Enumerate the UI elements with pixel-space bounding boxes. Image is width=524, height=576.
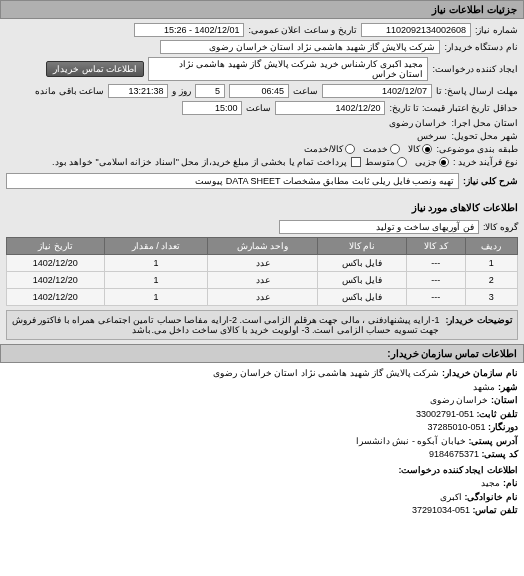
- creator-value: مجید اکبری کارشناس خرید شرکت پالایش گاز …: [148, 57, 428, 81]
- org-label: نام سازمان خریدار:: [442, 368, 518, 378]
- req-no-label: شماره نیاز:: [475, 25, 518, 35]
- creator-label: ایجاد کننده درخواست:: [432, 64, 518, 74]
- days-value: 5: [195, 84, 225, 98]
- cell-name: فایل باکس: [317, 272, 406, 289]
- name-value: مجید: [481, 478, 500, 488]
- buyer-org-value: شرکت پالایش گاز شهید هاشمی نژاد استان خر…: [160, 40, 440, 54]
- family-value: اکبری: [440, 492, 462, 502]
- exec-province-label: استان محل اجرا:: [451, 118, 518, 128]
- buyer-note-text: 1-ارایه پیشنهادفنی ، مالی جهت هرقلم الزا…: [11, 315, 440, 335]
- radio-dot-icon: [422, 144, 432, 154]
- buyer-contact-button[interactable]: اطلاعات تماس خریدار: [46, 61, 144, 77]
- buyer-org-label: نام دستگاه خریدار:: [444, 42, 518, 52]
- cell-row: 1: [465, 255, 517, 272]
- phone-label: تلفن ثابت:: [477, 409, 519, 419]
- cell-code: ---: [406, 272, 465, 289]
- cell-code: ---: [406, 255, 465, 272]
- cell-name: فایل باکس: [317, 255, 406, 272]
- phone-value: 051-33002791: [416, 409, 474, 419]
- valid-price-time: 15:00: [182, 101, 242, 115]
- radio-goods-label: کالا: [408, 144, 420, 154]
- contact-block: نام سازمان خریدار: شرکت پالایش گاز شهید …: [0, 363, 524, 522]
- remain-label: ساعت باقی مانده: [35, 86, 104, 96]
- treasury-checkbox[interactable]: [351, 157, 361, 167]
- deadline-reply-date: 1402/12/07: [322, 84, 432, 98]
- table-row: 1 --- فایل باکس عدد 1 1402/12/20: [7, 255, 518, 272]
- cell-row: 3: [465, 289, 517, 306]
- tel-value: 051-37291034: [412, 505, 470, 515]
- cell-row: 2: [465, 272, 517, 289]
- cell-unit: عدد: [208, 255, 317, 272]
- province-value: خراسان رضوی: [430, 395, 489, 405]
- radio-dot-icon: [390, 144, 400, 154]
- cell-qty: 1: [104, 272, 208, 289]
- time-label-2: ساعت: [246, 103, 271, 113]
- table-row: 2 --- فایل باکس عدد 1 1402/12/20: [7, 272, 518, 289]
- cell-qty: 1: [104, 289, 208, 306]
- cell-name: فایل باکس: [317, 289, 406, 306]
- items-table: ردیف کد کالا نام کالا واحد شمارش تعداد /…: [6, 237, 518, 306]
- radio-service[interactable]: خدمت: [363, 144, 400, 154]
- radio-medium-label: متوسط: [365, 157, 395, 167]
- radio-minor-label: جزیی: [415, 157, 437, 167]
- city-value: مشهد: [473, 382, 495, 392]
- budget-class-label: طبقه بندی موضوعی:: [436, 144, 518, 154]
- radio-medium[interactable]: متوسط: [365, 157, 407, 167]
- cell-qty: 1: [104, 255, 208, 272]
- cell-date: 1402/12/20: [7, 272, 105, 289]
- family-label: نام خانوادگی:: [465, 492, 519, 502]
- province-label: استان:: [491, 395, 518, 405]
- delivery-city-value: سرخس: [417, 131, 447, 141]
- th-qty: تعداد / مقدار: [104, 238, 208, 255]
- cell-date: 1402/12/20: [7, 255, 105, 272]
- items-section-title: اطلاعات کالاهای مورد نیاز: [0, 196, 524, 216]
- req-no-value: 1102092134002608: [361, 23, 471, 37]
- fax-label: دورنگار:: [488, 422, 518, 432]
- valid-price-label: حداقل تاریخ اعتبار قیمت: تا تاریخ:: [389, 103, 518, 113]
- need-desc-value: تهیه ونصب فایل ریلی ثابت مطابق مشخصات DA…: [6, 173, 459, 189]
- radio-both[interactable]: کالا/خدمت: [304, 144, 356, 154]
- zip-label: کد پستی:: [482, 449, 519, 459]
- radio-dot-icon: [397, 157, 407, 167]
- cell-date: 1402/12/20: [7, 289, 105, 306]
- page-title: جزئیات اطلاعات نیاز: [0, 0, 524, 19]
- th-row: ردیف: [465, 238, 517, 255]
- city-label: شهر:: [498, 382, 518, 392]
- deadline-reply-label: مهلت ارسال پاسخ: تا: [436, 86, 518, 96]
- buyer-note-box: توضیحات خریدار: 1-ارایه پیشنهادفنی ، مال…: [6, 310, 518, 340]
- pub-time-value: 1402/12/01 - 15:26: [134, 23, 244, 37]
- cell-code: ---: [406, 289, 465, 306]
- tel-label: تلفن تماس:: [473, 505, 519, 515]
- deadline-reply-time: 06:45: [229, 84, 289, 98]
- table-row: 3 --- فایل باکس عدد 1 1402/12/20: [7, 289, 518, 306]
- contact-section-title: اطلاعات تماس سازمان خریدار:: [0, 344, 524, 363]
- process-note: پرداخت تمام یا بخشی از مبلغ خرید،از محل …: [52, 157, 347, 167]
- delivery-city-label: شهر محل تحویل:: [451, 131, 518, 141]
- org-value: شرکت پالایش گاز شهید هاشمی نژاد استان خر…: [213, 368, 439, 378]
- radio-goods[interactable]: کالا: [408, 144, 432, 154]
- cell-unit: عدد: [208, 272, 317, 289]
- th-code: کد کالا: [406, 238, 465, 255]
- creator-contact-title: اطلاعات ایجاد کننده درخواست:: [6, 464, 518, 478]
- th-name: نام کالا: [317, 238, 406, 255]
- radio-minor[interactable]: جزیی: [415, 157, 449, 167]
- exec-province-value: خراسان رضوی: [389, 118, 448, 128]
- cell-unit: عدد: [208, 289, 317, 306]
- valid-price-date: 1402/12/20: [275, 101, 385, 115]
- buyer-note-label: توضیحات خریدار:: [446, 315, 514, 335]
- group-value: فن آوریهای ساخت و تولید: [279, 220, 479, 234]
- radio-dot-icon: [439, 157, 449, 167]
- name-label: نام:: [503, 478, 518, 488]
- radio-service-label: خدمت: [363, 144, 388, 154]
- zip-value: 9184675371: [429, 449, 479, 459]
- addr-label: آدرس پستی:: [469, 436, 519, 446]
- group-label: گروه کالا:: [483, 222, 518, 232]
- remain-value: 13:21:38: [108, 84, 168, 98]
- need-desc-label: شرح کلی نیاز:: [463, 176, 518, 186]
- addr-value: خیابان آبکوه - نبش دانشسرا: [356, 436, 466, 446]
- process-type-label: نوع فرآیند خرید :: [453, 157, 518, 167]
- fax-value: 051-37285010: [427, 422, 485, 432]
- days-label: روز و: [172, 86, 191, 96]
- process-radio-group: جزیی متوسط: [365, 157, 449, 167]
- th-date: تاریخ نیاز: [7, 238, 105, 255]
